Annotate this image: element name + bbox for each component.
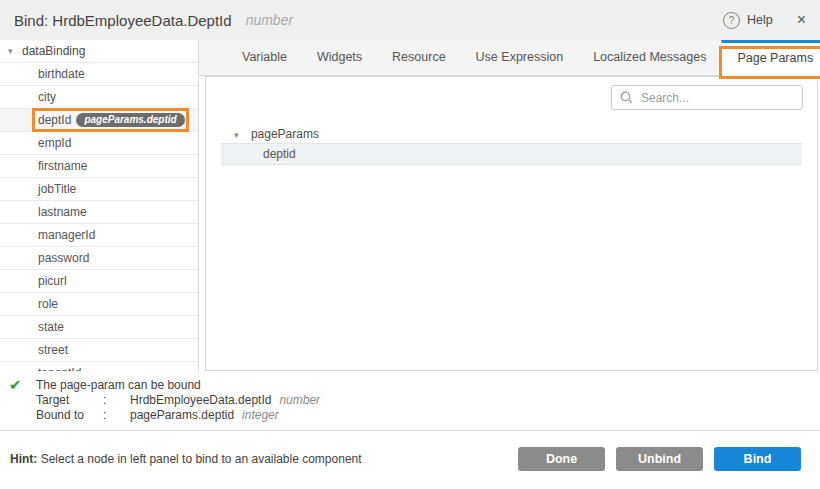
footer-buttons: Done Unbind Bind — [507, 447, 801, 471]
tree-item-label: state — [38, 320, 64, 334]
search-input[interactable] — [639, 90, 794, 106]
tree-item-label: role — [38, 297, 58, 311]
search-box[interactable] — [611, 85, 803, 110]
hint-body: Select a node in left panel to bind to a… — [37, 452, 361, 466]
tree-item-birthdate[interactable]: birthdate — [0, 63, 198, 86]
tree-item-label: pageParams — [251, 127, 319, 141]
tree-item-lastname[interactable]: lastname — [0, 201, 198, 224]
tree-item-state[interactable]: state — [0, 316, 198, 339]
colon: : — [103, 393, 130, 408]
dialog-title-type: number — [246, 12, 293, 28]
tree-item-picurl[interactable]: picurl — [0, 270, 198, 293]
tree-item-label: password — [38, 251, 89, 265]
status-boundto-row: Bound to : pageParams.deptid integer — [36, 408, 820, 423]
status-boundto-value: pageParams.deptid — [130, 408, 234, 423]
tree-item-label: city — [38, 90, 56, 104]
tree-item-label: managerId — [38, 228, 95, 242]
tree-item-label: street — [38, 343, 68, 357]
tab-label: Page Params — [737, 51, 813, 65]
collapse-arrow-icon[interactable]: ▾ — [8, 40, 13, 62]
status-boundto-type: integer — [242, 408, 279, 423]
tree-item-label: lastname — [38, 205, 87, 219]
tab-variable[interactable]: Variable — [227, 40, 302, 75]
tree-item-managerid[interactable]: managerId — [0, 224, 198, 247]
colon: : — [103, 408, 130, 423]
tree-item-password[interactable]: password — [0, 247, 198, 270]
binding-status: ✔ The page-param can be bound Target : H… — [0, 371, 820, 430]
collapse-arrow-icon[interactable]: ▾ — [234, 130, 239, 140]
hint-text: Hint: Select a node in left panel to bin… — [10, 452, 362, 466]
tab-localized-messages[interactable]: Localized Messages — [578, 40, 721, 75]
tree-item-empid[interactable]: empId — [0, 132, 198, 155]
tree-item-pageparams[interactable]: ▾ pageParams — [206, 125, 817, 143]
tree-item-label: picurl — [38, 274, 67, 288]
tab-use-expression[interactable]: Use Expression — [461, 40, 579, 75]
tree-item-label: jobTitle — [38, 182, 76, 196]
tree-item-deptid[interactable]: deptIdpageParams.deptid — [0, 109, 198, 132]
status-target-row: Target : HrdbEmployeeData.deptId number — [36, 393, 820, 408]
tree-item-street[interactable]: street — [0, 339, 198, 362]
bound-param-badge: pageParams.deptid — [76, 113, 184, 127]
tab-bar: Variable Widgets Resource Use Expression… — [199, 40, 820, 76]
success-check-icon: ✔ — [9, 376, 22, 394]
tree-item-firstname[interactable]: firstname — [0, 155, 198, 178]
tree-item-databinding[interactable]: ▾ dataBinding — [0, 40, 198, 63]
tree-item-deptid-param[interactable]: deptid — [221, 143, 802, 165]
page-params-panel: ▾ pageParams deptid — [205, 76, 818, 371]
status-target-label: Target — [36, 393, 103, 408]
tab-resource[interactable]: Resource — [377, 40, 461, 75]
tree-item-label: empId — [38, 136, 71, 150]
tab-page-params[interactable]: Page Params — [721, 40, 820, 76]
status-target-type: number — [279, 393, 320, 408]
tree-item-jobtitle[interactable]: jobTitle — [0, 178, 198, 201]
page-params-tree: ▾ pageParams deptid — [206, 125, 817, 165]
tree-item-label: firstname — [38, 159, 87, 173]
bind-button[interactable]: Bind — [714, 447, 801, 471]
dialog-header: Bind: HrdbEmployeeData.DeptId number ? H… — [0, 0, 820, 40]
tree-item-label: deptid — [263, 147, 296, 161]
unbind-button[interactable]: Unbind — [616, 447, 703, 471]
status-target-value: HrdbEmployeeData.deptId — [130, 393, 271, 408]
tab-widgets[interactable]: Widgets — [302, 40, 377, 75]
tree-item-role[interactable]: role — [0, 293, 198, 316]
close-icon[interactable]: × — [797, 12, 806, 28]
done-button[interactable]: Done — [518, 447, 605, 471]
tree-item-tenantid[interactable]: tenantId — [0, 362, 198, 371]
footer-divider — [0, 430, 820, 431]
binding-tree-panel: ▾ dataBinding birthdate city deptIdpageP… — [0, 40, 199, 371]
dialog-title: Bind: HrdbEmployeeData.DeptId — [14, 12, 232, 29]
tree-item-label: deptId — [38, 113, 71, 127]
tree-item-label: dataBinding — [22, 44, 85, 58]
bind-target-section: Variable Widgets Resource Use Expression… — [199, 40, 820, 371]
search-icon — [620, 91, 633, 104]
help-icon[interactable]: ? — [723, 12, 740, 29]
help-button[interactable]: Help — [747, 13, 773, 27]
status-boundto-label: Bound to — [36, 408, 103, 423]
status-message: The page-param can be bound — [36, 378, 820, 393]
tree-item-label: birthdate — [38, 67, 85, 81]
hint-label: Hint: — [10, 452, 37, 466]
tree-item-city[interactable]: city — [0, 86, 198, 109]
